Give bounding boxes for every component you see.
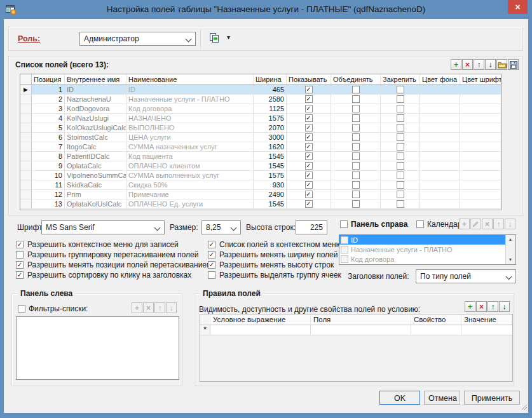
option-checkbox[interactable] bbox=[16, 251, 24, 259]
table-row[interactable]: ▶1IDID465✓ bbox=[20, 85, 501, 95]
row-selector-cell[interactable] bbox=[20, 152, 32, 161]
font-color-cell[interactable] bbox=[460, 95, 501, 104]
size-combobox[interactable]: 8,25 bbox=[201, 220, 241, 234]
bg-color-cell[interactable] bbox=[420, 190, 460, 199]
show-checkbox[interactable]: ✓ bbox=[305, 181, 313, 189]
position-cell[interactable]: 4 bbox=[32, 114, 65, 123]
pin-checkbox[interactable] bbox=[397, 181, 404, 189]
role-label[interactable]: Роль: bbox=[18, 34, 40, 43]
pin-checkbox[interactable] bbox=[397, 143, 404, 151]
show-checkbox[interactable]: ✓ bbox=[305, 143, 313, 151]
internal-name-cell[interactable]: Prim bbox=[65, 190, 126, 199]
table-row[interactable]: 12PrimПримечание2490✓ bbox=[20, 190, 501, 199]
bg-color-cell[interactable] bbox=[420, 152, 460, 161]
row-selector-cell[interactable] bbox=[20, 142, 32, 151]
row-selector-cell[interactable] bbox=[20, 180, 32, 189]
font-color-cell[interactable] bbox=[460, 199, 501, 208]
rules-cell-fields[interactable] bbox=[311, 325, 411, 335]
position-cell[interactable]: 6 bbox=[32, 133, 65, 142]
apply-button[interactable]: Применить bbox=[464, 391, 520, 405]
row-selector-cell[interactable] bbox=[20, 199, 32, 208]
bg-color-cell[interactable] bbox=[420, 133, 460, 142]
caption-cell[interactable]: Скидка 50% bbox=[126, 180, 254, 189]
pin-checkbox[interactable] bbox=[397, 200, 404, 208]
add-field-button[interactable]: + bbox=[451, 59, 461, 70]
position-cell[interactable]: 1 bbox=[32, 85, 65, 94]
width-cell[interactable]: 1545 bbox=[254, 152, 287, 161]
bg-color-cell[interactable] bbox=[420, 180, 460, 189]
column-header[interactable]: Наименование bbox=[126, 74, 254, 84]
width-cell[interactable]: 1545 bbox=[254, 199, 287, 208]
bg-color-cell[interactable] bbox=[420, 123, 460, 132]
column-header[interactable]: Цвет шрифта bbox=[460, 74, 501, 84]
font-color-cell[interactable] bbox=[460, 171, 501, 180]
row-selector-cell[interactable] bbox=[20, 95, 32, 104]
caption-cell[interactable]: СУММА назначенных услуг bbox=[126, 142, 254, 151]
font-color-cell[interactable] bbox=[460, 123, 501, 132]
pin-checkbox[interactable] bbox=[397, 86, 404, 93]
right-panel-scrollbar[interactable]: ▲ ▼ bbox=[505, 235, 515, 264]
field-headers-combobox[interactable]: По типу полей bbox=[416, 269, 516, 283]
width-cell[interactable]: 1125 bbox=[254, 104, 287, 113]
merge-checkbox[interactable] bbox=[352, 191, 360, 198]
position-cell[interactable]: 10 bbox=[32, 171, 65, 180]
right-panel-checkbox[interactable] bbox=[340, 220, 348, 228]
merge-checkbox[interactable] bbox=[352, 181, 360, 189]
column-header[interactable]: Показывать bbox=[287, 74, 331, 84]
merge-checkbox[interactable] bbox=[352, 124, 360, 131]
pin-checkbox[interactable] bbox=[397, 162, 404, 170]
merge-checkbox[interactable] bbox=[352, 152, 360, 160]
position-cell[interactable]: 8 bbox=[32, 152, 65, 161]
row-selector-cell[interactable] bbox=[20, 104, 32, 113]
font-color-cell[interactable] bbox=[460, 104, 501, 113]
width-cell[interactable]: 1620 bbox=[254, 142, 287, 151]
font-color-cell[interactable] bbox=[460, 85, 501, 94]
font-color-cell[interactable] bbox=[460, 142, 501, 151]
internal-name-cell[interactable]: KodDogovora bbox=[65, 104, 126, 113]
font-color-cell[interactable] bbox=[460, 133, 501, 142]
table-row[interactable]: 6StoimostCalcЦЕНА услуги3000✓ bbox=[20, 133, 501, 142]
internal-name-cell[interactable]: KolOkazUslugiCalc bbox=[65, 123, 126, 132]
caption-cell[interactable]: ОПЛАЧЕНО клиентом bbox=[126, 161, 254, 170]
caption-cell[interactable]: СУММА выполненных услуг bbox=[126, 171, 254, 180]
move-rule-down-button[interactable]: ↓ bbox=[499, 301, 510, 312]
row-selector-cell[interactable] bbox=[20, 114, 32, 123]
row-selector-cell[interactable] bbox=[20, 190, 32, 199]
option-checkbox[interactable]: ✓ bbox=[208, 261, 215, 269]
bg-color-cell[interactable] bbox=[420, 142, 460, 151]
width-cell[interactable]: 1575 bbox=[254, 114, 287, 123]
filters-listbox[interactable] bbox=[16, 316, 179, 380]
option-checkbox[interactable]: ✓ bbox=[208, 251, 215, 259]
move-rule-up-button[interactable]: ↑ bbox=[488, 301, 498, 312]
table-row[interactable]: 13OplataKolUslCalcОПЛАЧЕНО Ед. услуги154… bbox=[20, 199, 501, 209]
scroll-down-icon[interactable]: ▼ bbox=[506, 255, 515, 264]
internal-name-cell[interactable]: NaznachenaU bbox=[65, 95, 126, 104]
option-checkbox[interactable]: ✓ bbox=[16, 241, 24, 248]
position-cell[interactable]: 9 bbox=[32, 161, 65, 170]
pin-checkbox[interactable] bbox=[397, 172, 404, 179]
pin-checkbox[interactable] bbox=[397, 124, 404, 131]
save-fields-button[interactable] bbox=[508, 59, 519, 70]
column-header[interactable]: Позиция bbox=[32, 74, 65, 84]
show-checkbox[interactable]: ✓ bbox=[305, 105, 313, 112]
width-cell[interactable]: 465 bbox=[254, 85, 287, 94]
option-checkbox[interactable]: ✓ bbox=[208, 241, 215, 248]
internal-name-cell[interactable]: ID bbox=[65, 85, 126, 94]
rules-new-row[interactable]: * bbox=[200, 325, 512, 335]
column-header[interactable]: Объединять bbox=[331, 74, 381, 84]
move-field-up-button[interactable]: ↑ bbox=[474, 59, 484, 70]
merge-checkbox[interactable] bbox=[352, 95, 360, 103]
merge-checkbox[interactable] bbox=[352, 162, 360, 170]
list-item[interactable]: Назначенные услуги - ПЛАТНО bbox=[339, 245, 506, 254]
merge-checkbox[interactable] bbox=[352, 114, 360, 122]
position-cell[interactable]: 5 bbox=[32, 123, 65, 132]
merge-checkbox[interactable] bbox=[352, 105, 360, 112]
show-checkbox[interactable]: ✓ bbox=[305, 152, 313, 160]
show-checkbox[interactable]: ✓ bbox=[305, 200, 313, 208]
show-checkbox[interactable]: ✓ bbox=[305, 114, 313, 122]
position-cell[interactable]: 13 bbox=[32, 199, 65, 208]
internal-name-cell[interactable]: ItogoCalc bbox=[65, 142, 126, 151]
pin-checkbox[interactable] bbox=[397, 105, 404, 112]
caption-cell[interactable]: ЦЕНА услуги bbox=[126, 133, 254, 142]
row-selector-cell[interactable] bbox=[20, 123, 32, 132]
